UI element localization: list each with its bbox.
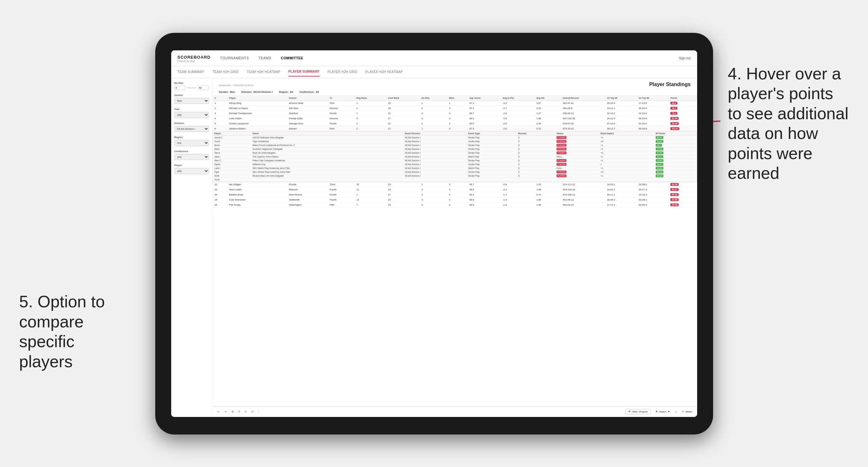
points-cell[interactable]: 88.54	[669, 116, 697, 121]
points-cell[interactable]: 88.2	[669, 100, 697, 105]
adj-score-cell: 68.5	[468, 187, 501, 192]
points-badge[interactable]: 60.27	[670, 188, 679, 191]
event-status: PLAYED	[555, 162, 599, 166]
event-name: Tiger Invitational	[251, 139, 403, 143]
player-name-cell: Petr Hruby	[227, 202, 287, 207]
table-row: 4 Luke Claton Florida State Second 5 27 …	[213, 116, 697, 121]
record-cell: 440-26-6	[561, 105, 605, 111]
copy-button[interactable]: ⎘	[239, 410, 240, 413]
highlight-points-badge[interactable]: 68.18	[670, 127, 679, 130]
points-badge[interactable]: 88.54	[670, 117, 679, 120]
rank-cell: 26	[213, 202, 227, 207]
display-region: Region: All	[279, 91, 293, 93]
sign-out-link[interactable]: Sign out	[679, 56, 691, 60]
nav-teams[interactable]: TEAMS	[258, 55, 271, 62]
points-badge[interactable]: 76.3	[670, 107, 677, 110]
player-name-cell: Christo Lamprecht	[227, 121, 287, 126]
event-division: NCAA Division I	[403, 158, 467, 162]
player-select[interactable]: (All)	[174, 168, 209, 174]
points-cell[interactable]: 60.58	[669, 182, 697, 187]
tab-team-h2h-heatmap[interactable]: TEAM H2H HEATMAP	[247, 68, 280, 76]
school-cell: Florida	[287, 182, 328, 187]
view-original-button[interactable]: 👁 View: Original	[625, 409, 651, 414]
yr-cell: Fifth	[328, 202, 354, 207]
year-select[interactable]: (All)	[174, 112, 209, 118]
no-rds-max-input[interactable]	[198, 86, 209, 90]
vs50-cell: 33-26-4	[637, 202, 669, 207]
points-cell[interactable]: 76.3	[669, 105, 697, 111]
player-name-cell: Cole Sherwood	[227, 197, 287, 202]
slider-track[interactable]	[187, 87, 197, 88]
nav-tournaments[interactable]: TOURNAMENTS	[220, 55, 249, 62]
event-table-row: Jake I The Cypress Point Classic NCAA Di…	[213, 155, 697, 158]
download-button[interactable]: ⇣	[675, 410, 677, 413]
points-badge[interactable]: 60.58	[670, 183, 679, 186]
points-badge[interactable]: 60.02	[670, 193, 679, 196]
reg-rank-cell: 1	[354, 192, 386, 197]
points-cell[interactable]: 68.18	[669, 126, 697, 131]
points-cell[interactable]: 80.09	[669, 121, 697, 126]
event-rank-impact	[599, 178, 654, 181]
points-badge[interactable]: 39.95	[670, 198, 679, 201]
tab-player-h2h-grid[interactable]: PLAYER H2H GRID	[328, 68, 358, 76]
points-badge[interactable]: 80.09	[670, 122, 679, 125]
wins-cell: 1	[447, 100, 468, 105]
points-badge[interactable]: 38.49	[670, 204, 679, 206]
event-name: SEC Stroke Play hosted by Jerry Pate	[251, 170, 403, 174]
share-button[interactable]: ↗ Share	[682, 410, 692, 413]
event-status: PLAYED	[555, 174, 599, 178]
no-rds-cell: 0	[420, 111, 447, 116]
event-rank-impact: +0	[599, 170, 654, 174]
event-status: NULL	[555, 166, 599, 170]
tab-player-h2h-heatmap[interactable]: PLAYER H2H HEATMAP	[365, 68, 403, 76]
points-cell[interactable]: 38.49	[669, 202, 697, 207]
avg-par-cell: -2.0	[501, 126, 534, 131]
event-rank-impact: +1	[599, 147, 654, 151]
vs25-cell: 24-31-3	[605, 116, 637, 121]
tab-team-h2h-grid[interactable]: TEAM H2H GRID	[213, 68, 239, 76]
undo-button[interactable]: ↩	[217, 410, 220, 413]
yr-cell: Second	[328, 105, 354, 111]
player-standings-table: # Player School Yr Reg Rank Conf Rank No…	[213, 96, 697, 208]
table-row: 1 Wenyi Ding Arizona State First 1 15 1 …	[213, 100, 697, 105]
yr-cell: Fourth	[328, 192, 354, 197]
event-table-row: Tochi	[213, 178, 697, 181]
points-cell[interactable]: 70.2	[669, 111, 697, 116]
school-cell: Stanford	[287, 111, 328, 116]
rank-cell: 24	[213, 192, 227, 197]
settings-button[interactable]: ⚙	[231, 410, 234, 413]
points-cell[interactable]: 60.27	[669, 187, 697, 192]
division-select[interactable]: NCAA Division I	[174, 126, 209, 132]
rank-cell: 22	[213, 182, 227, 187]
event-table-header: Player Event Event Division Event Type R…	[213, 131, 697, 136]
tab-player-summary[interactable]: PLAYER SUMMARY	[288, 67, 320, 76]
points-cell[interactable]: 60.02	[669, 192, 697, 197]
event-rank-impact: +1	[599, 143, 654, 147]
no-rds-min-input[interactable]	[174, 86, 186, 90]
player-name-cell: Jackson Kohon	[227, 126, 287, 131]
event-w-points	[654, 178, 697, 181]
paste-button[interactable]: ⎙	[245, 410, 246, 413]
filter-region-label: Region	[174, 136, 209, 139]
gender-select[interactable]: Men	[174, 98, 209, 104]
conference-select[interactable]: (All)	[174, 154, 209, 160]
filter-gender: Gender Men	[174, 94, 209, 104]
points-cell[interactable]: 39.95	[669, 197, 697, 202]
clock-button[interactable]: ⏱	[251, 410, 254, 413]
event-col-w-points: W Points	[654, 131, 697, 136]
points-badge[interactable]: 88.2	[670, 102, 677, 104]
vs50-cell: 33-38-2	[637, 197, 669, 202]
region-select[interactable]: N/A	[174, 140, 209, 146]
tab-team-summary[interactable]: TEAM SUMMARY	[178, 68, 205, 76]
points-badge[interactable]: 70.2	[670, 112, 677, 115]
event-rank-impact: +1	[599, 135, 654, 139]
adj-score-cell: 67.5	[468, 126, 501, 131]
event-type	[467, 178, 517, 181]
wins-cell: 2	[447, 121, 468, 126]
nav-committee[interactable]: COMMITTEE	[281, 55, 304, 62]
filter-no-rds-label: No Rds.	[174, 82, 209, 85]
record-cell: 616-168-12	[561, 192, 605, 197]
event-player: Jacob C	[213, 135, 251, 139]
redo-button[interactable]: ↪	[224, 410, 227, 413]
watch-button[interactable]: 👁 Watch ▼	[655, 410, 670, 413]
